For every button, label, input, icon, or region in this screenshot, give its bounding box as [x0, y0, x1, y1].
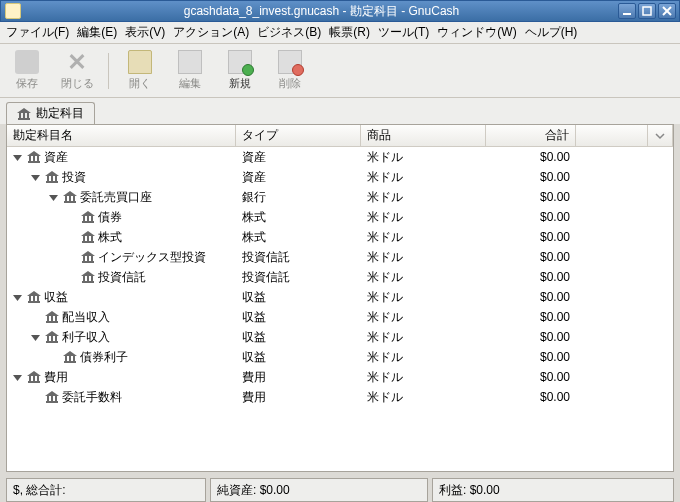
table-row[interactable]: 債券株式米ドル$0.00 [7, 207, 673, 227]
toolbar-close-button[interactable]: 閉じる [58, 50, 96, 91]
table-row[interactable]: インデックス型投資投資信託米ドル$0.00 [7, 247, 673, 267]
svg-marker-10 [27, 151, 41, 156]
column-header-name[interactable]: 勘定科目名 [7, 125, 236, 146]
account-product: 米ドル [361, 269, 486, 286]
tab-strip: 勘定科目 [0, 98, 680, 124]
table-row[interactable]: 株式株式米ドル$0.00 [7, 227, 673, 247]
table-row[interactable]: 費用費用米ドル$0.00 [7, 367, 673, 387]
account-name: 株式 [98, 229, 122, 246]
menu-windows[interactable]: ウィンドウ(W) [437, 24, 516, 41]
accounts-icon [17, 108, 31, 120]
account-product: 米ドル [361, 149, 486, 166]
table-row[interactable]: 委託売買口座銀行米ドル$0.00 [7, 187, 673, 207]
menu-reports[interactable]: 帳票(R) [329, 24, 370, 41]
expander-icon[interactable] [13, 373, 22, 382]
expander-icon[interactable] [31, 393, 40, 402]
svg-rect-74 [37, 376, 39, 381]
toolbar-open-button[interactable]: 開く [121, 50, 159, 91]
expander-icon[interactable] [67, 253, 76, 262]
account-type: 株式 [236, 229, 361, 246]
account-icon [45, 311, 59, 323]
toolbar-new-button[interactable]: 新規 [221, 50, 259, 91]
table-row[interactable]: 収益収益米ドル$0.00 [7, 287, 673, 307]
menu-business[interactable]: ビジネス(B) [257, 24, 321, 41]
new-icon [228, 50, 252, 74]
account-icon [81, 211, 95, 223]
table-row[interactable]: 委託手数料費用米ドル$0.00 [7, 387, 673, 407]
table-row[interactable]: 投資資産米ドル$0.00 [7, 167, 673, 187]
toolbar-delete-button[interactable]: 削除 [271, 50, 309, 91]
close-button[interactable] [658, 3, 676, 19]
svg-marker-27 [81, 211, 95, 216]
account-product: 米ドル [361, 389, 486, 406]
table-row[interactable]: 投資信託投資信託米ドル$0.00 [7, 267, 673, 287]
account-icon [45, 331, 59, 343]
column-header-total[interactable]: 合計 [486, 125, 576, 146]
menu-view[interactable]: 表示(V) [125, 24, 165, 41]
svg-marker-75 [45, 391, 59, 396]
svg-rect-65 [64, 361, 76, 363]
expander-icon[interactable] [67, 213, 76, 222]
svg-rect-63 [55, 336, 57, 341]
svg-rect-31 [91, 216, 93, 221]
expander-icon[interactable] [49, 353, 58, 362]
minimize-button[interactable] [618, 3, 636, 19]
maximize-button[interactable] [638, 3, 656, 19]
svg-marker-9 [13, 155, 22, 161]
svg-rect-39 [83, 256, 85, 261]
account-total: $0.00 [486, 210, 576, 224]
tab-accounts[interactable]: 勘定科目 [6, 102, 95, 124]
toolbar-save-button[interactable]: 保存 [8, 50, 46, 91]
svg-rect-35 [87, 236, 89, 241]
account-total: $0.00 [486, 190, 576, 204]
tree-header: 勘定科目名 タイプ 商品 合計 [7, 125, 673, 147]
expander-icon[interactable] [13, 153, 22, 162]
menu-edit[interactable]: 編集(E) [77, 24, 117, 41]
svg-rect-57 [55, 316, 57, 321]
svg-rect-56 [51, 316, 53, 321]
account-name: 委託売買口座 [80, 189, 152, 206]
table-row[interactable]: 資産資産米ドル$0.00 [7, 147, 673, 167]
svg-marker-15 [31, 175, 40, 181]
account-total: $0.00 [486, 250, 576, 264]
toolbar-edit-button[interactable]: 編集 [171, 50, 209, 91]
expander-icon[interactable] [49, 193, 58, 202]
account-product: 米ドル [361, 289, 486, 306]
svg-rect-67 [69, 356, 71, 361]
account-type: 費用 [236, 389, 361, 406]
column-header-product[interactable]: 商品 [361, 125, 486, 146]
menu-file[interactable]: ファイル(F) [6, 24, 69, 41]
expander-icon[interactable] [67, 233, 76, 242]
account-total: $0.00 [486, 390, 576, 404]
expander-icon[interactable] [31, 313, 40, 322]
svg-rect-79 [55, 396, 57, 401]
account-name: インデックス型投資 [98, 249, 206, 266]
svg-rect-49 [28, 301, 40, 303]
svg-rect-77 [47, 396, 49, 401]
account-product: 米ドル [361, 209, 486, 226]
statusbar: $, 総合計: 純資産: $0.00 利益: $0.00 [6, 478, 674, 502]
menu-actions[interactable]: アクション(A) [173, 24, 249, 41]
svg-rect-50 [29, 296, 31, 301]
table-row[interactable]: 配当収入収益米ドル$0.00 [7, 307, 673, 327]
column-header-type[interactable]: タイプ [236, 125, 361, 146]
table-row[interactable]: 利子収入収益米ドル$0.00 [7, 327, 673, 347]
expander-icon[interactable] [67, 273, 76, 282]
account-total: $0.00 [486, 330, 576, 344]
account-icon [81, 251, 95, 263]
account-total: $0.00 [486, 270, 576, 284]
account-product: 米ドル [361, 189, 486, 206]
menu-help[interactable]: ヘルプ(H) [525, 24, 578, 41]
expander-icon[interactable] [31, 333, 40, 342]
expander-icon[interactable] [13, 293, 22, 302]
expander-icon[interactable] [31, 173, 40, 182]
account-product: 米ドル [361, 249, 486, 266]
account-product: 米ドル [361, 329, 486, 346]
tree-body[interactable]: 資産資産米ドル$0.00投資資産米ドル$0.00委託売買口座銀行米ドル$0.00… [7, 147, 673, 471]
table-row[interactable]: 債券利子収益米ドル$0.00 [7, 347, 673, 367]
column-chooser-button[interactable] [648, 125, 673, 146]
account-icon [27, 371, 41, 383]
open-icon [128, 50, 152, 74]
menu-tools[interactable]: ツール(T) [378, 24, 429, 41]
svg-marker-58 [31, 335, 40, 341]
